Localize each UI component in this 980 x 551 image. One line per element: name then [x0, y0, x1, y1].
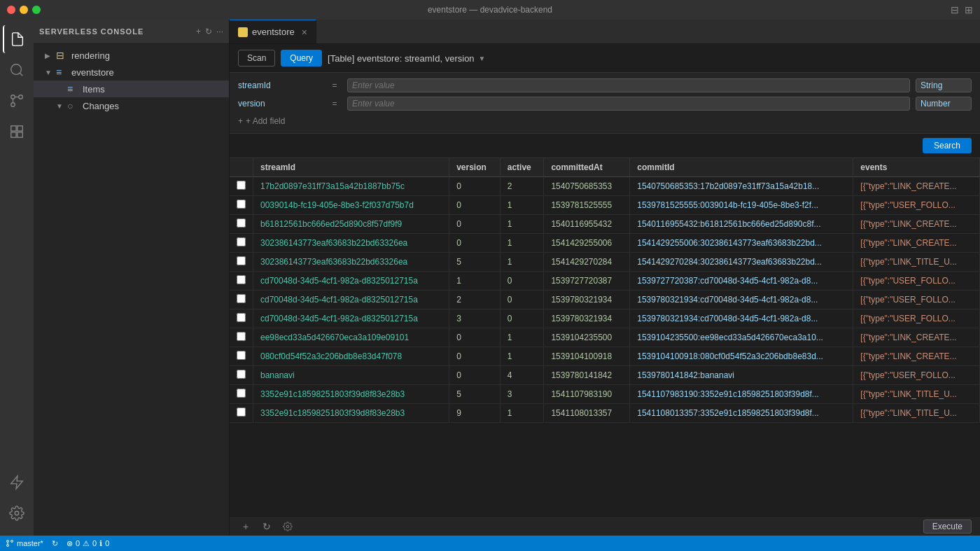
cell-active: 0: [500, 309, 544, 328]
row-checkbox[interactable]: [237, 370, 246, 379]
search-activity-bar-icon[interactable]: [3, 56, 31, 84]
add-field-button[interactable]: + + Add field: [238, 115, 972, 127]
row-checkbox-cell[interactable]: [230, 366, 253, 385]
window-controls[interactable]: [7, 6, 41, 14]
row-checkbox[interactable]: [237, 237, 246, 246]
filter-input-streamid[interactable]: [347, 78, 910, 92]
cell-commitid: 1539781525555:0039014b-fc19-405e-8be3-f2…: [630, 196, 853, 215]
row-checkbox[interactable]: [237, 294, 246, 303]
table-header-row: streamId version active committedAt comm…: [230, 158, 980, 177]
row-checkbox-cell[interactable]: [230, 196, 253, 215]
cell-commitid: 1539727720387:cd70048d-34d5-4cf1-982a-d8…: [630, 272, 853, 291]
row-checkbox-cell[interactable]: [230, 404, 253, 423]
row-checkbox[interactable]: [237, 218, 246, 228]
filter-input-version[interactable]: [347, 97, 910, 111]
row-checkbox-cell[interactable]: [230, 177, 253, 196]
minimize-button[interactable]: [20, 6, 28, 14]
row-checkbox[interactable]: [237, 351, 246, 360]
row-checkbox-cell[interactable]: [230, 215, 253, 234]
sidebar-refresh-icon[interactable]: ↻: [205, 27, 212, 36]
cell-committedat: 1539780141842: [544, 366, 630, 385]
cell-committedat: 1541429255006: [544, 234, 630, 253]
th-events: events: [853, 158, 980, 177]
sidebar-more-icon[interactable]: ···: [216, 27, 223, 36]
svg-point-3: [11, 103, 15, 107]
chevron-down-icon: ▼: [56, 102, 67, 110]
tab-eventstore[interactable]: eventstore ×: [230, 20, 316, 43]
cell-version: 9: [449, 404, 500, 423]
svg-point-0: [11, 64, 22, 75]
cell-commitid: 1540116955432:b61812561bc666ed25d890c8f.…: [630, 215, 853, 234]
execute-button[interactable]: Execute: [923, 519, 972, 533]
search-button[interactable]: Search: [923, 138, 972, 153]
row-checkbox[interactable]: [237, 389, 246, 398]
refresh-button[interactable]: ↻: [259, 519, 274, 534]
scan-button[interactable]: Scan: [238, 50, 275, 67]
query-bar: Scan Query [Table] eventstore: streamId,…: [230, 44, 980, 73]
source-control-activity-icon[interactable]: [3, 87, 31, 115]
sidebar-item-eventstore[interactable]: ▼ ≡ eventstore: [34, 64, 229, 81]
table-row: 3352e91c18598251803f39d8f83e28b3 5 3 154…: [230, 385, 980, 404]
files-activity-icon[interactable]: [3, 25, 31, 53]
sidebar-tree: ▶ ⊟ rendering ▼ ≡ eventstore ≡ Items ▼ ○…: [34, 44, 229, 536]
query-selector[interactable]: [Table] eventstore: streamId, version ▼: [328, 53, 972, 64]
layout-icon[interactable]: ⊞: [965, 4, 973, 15]
main-content: eventstore × Scan Query [Table] eventsto…: [230, 20, 980, 536]
row-checkbox-cell[interactable]: [230, 291, 253, 309]
row-checkbox-cell[interactable]: [230, 253, 253, 272]
sidebar-add-icon[interactable]: +: [196, 27, 201, 36]
row-checkbox-cell[interactable]: [230, 328, 253, 347]
query-button[interactable]: Query: [281, 50, 322, 67]
add-row-button[interactable]: +: [238, 519, 253, 534]
gear-activity-icon[interactable]: [3, 499, 31, 527]
table-body: 17b2d0897e31ff73a15a42b1887bb75c 0 2 154…: [230, 177, 980, 423]
filter-row-streamid: streamId = String: [238, 78, 972, 92]
settings-button[interactable]: [280, 519, 295, 534]
extensions-activity-icon[interactable]: [3, 118, 31, 146]
row-checkbox[interactable]: [237, 275, 246, 284]
panel-toggle-icon[interactable]: ⊟: [951, 4, 959, 15]
table-row: ee98ecd33a5d426670eca3a109e09101 0 1 153…: [230, 328, 980, 347]
sidebar-item-items[interactable]: ≡ Items: [34, 81, 229, 97]
lightning-activity-icon[interactable]: [3, 468, 31, 496]
cell-commitid: 1541108013357:3352e91c18598251803f39d8f.…: [630, 404, 853, 423]
row-checkbox[interactable]: [237, 332, 246, 341]
row-checkbox[interactable]: [237, 181, 246, 190]
row-checkbox-cell[interactable]: [230, 385, 253, 404]
sync-status[interactable]: ↻: [52, 539, 58, 548]
row-checkbox[interactable]: [237, 407, 246, 417]
row-checkbox-cell[interactable]: [230, 234, 253, 253]
tab-close-icon[interactable]: ×: [302, 27, 307, 38]
row-checkbox[interactable]: [237, 256, 246, 265]
svg-rect-7: [11, 126, 16, 131]
maximize-button[interactable]: [32, 6, 41, 14]
row-checkbox-cell[interactable]: [230, 309, 253, 328]
cell-commitid: 1541429255006:302386143773eaf63683b22bd.…: [630, 234, 853, 253]
sidebar-item-rendering[interactable]: ▶ ⊟ rendering: [34, 47, 229, 64]
cell-version: 0: [449, 328, 500, 347]
row-checkbox-cell[interactable]: [230, 272, 253, 291]
svg-point-4: [19, 95, 23, 99]
cell-active: 1: [500, 404, 544, 423]
th-committedat: committedAt: [544, 158, 630, 177]
table-row: b61812561bc666ed25d890c8f57df9f9 0 1 154…: [230, 215, 980, 234]
close-button[interactable]: [7, 6, 15, 14]
cell-version: 0: [449, 177, 500, 196]
sidebar-item-changes[interactable]: ▼ ○ Changes: [34, 97, 229, 114]
row-checkbox[interactable]: [237, 200, 246, 209]
cell-active: 1: [500, 196, 544, 215]
cell-commitid: 1541429270284:302386143773eaf63683b22bd.…: [630, 253, 853, 272]
svg-rect-8: [18, 126, 22, 131]
cell-events: [{"type":"USER_FOLLO...: [853, 309, 980, 328]
cell-streamid: 3352e91c18598251803f39d8f83e28b3: [253, 385, 449, 404]
cell-version: 0: [449, 347, 500, 366]
row-checkbox[interactable]: [237, 313, 246, 322]
cell-streamid: bananavi: [253, 366, 449, 385]
sidebar-item-label: rendering: [71, 50, 110, 61]
git-branch-status[interactable]: master*: [6, 539, 43, 547]
chevron-down-icon: ▼: [45, 69, 56, 76]
errors-status[interactable]: ⊗ 0 ⚠ 0 ℹ 0: [66, 539, 109, 548]
cell-committedat: 1541429270284: [544, 253, 630, 272]
sidebar-header-actions: + ↻ ···: [196, 27, 223, 36]
row-checkbox-cell[interactable]: [230, 347, 253, 366]
